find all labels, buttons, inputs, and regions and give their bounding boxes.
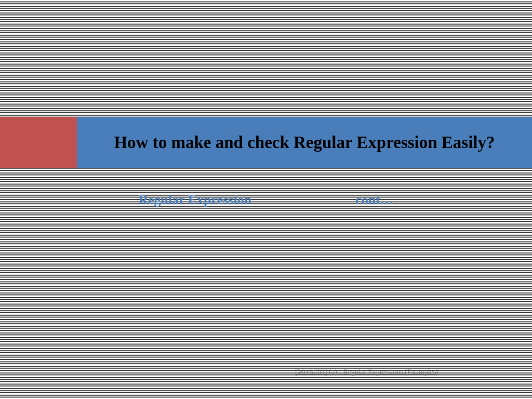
title-blue-bar: How to make and check Regular Expression… xyxy=(77,117,532,168)
slide-title: How to make and check Regular Expression… xyxy=(114,131,495,154)
footer-text: [Week#03] (a) - Regular Expressions (Exa… xyxy=(295,367,438,377)
subtitle-left: Regular Expression xyxy=(138,192,251,208)
red-accent-block xyxy=(0,117,77,168)
subtitle-right: cont… xyxy=(355,192,394,208)
title-bar: How to make and check Regular Expression… xyxy=(0,117,532,168)
subtitle-row: Regular Expression cont… xyxy=(0,192,532,208)
